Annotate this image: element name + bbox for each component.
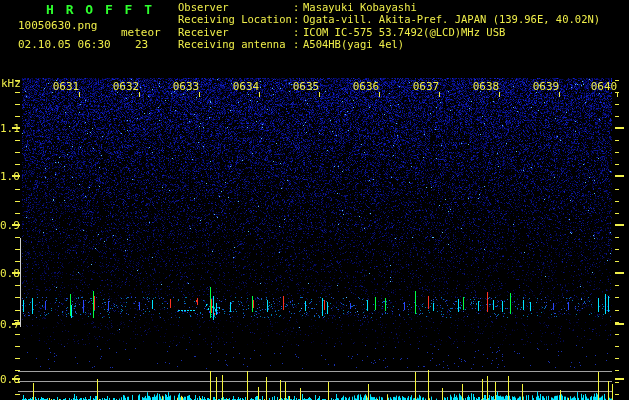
time-tick-label: 0631	[53, 80, 80, 93]
info-label: Receiving Location	[178, 13, 293, 25]
info-value: Masayuki Kobayashi	[303, 1, 417, 13]
hrofft-screen: H R O F F T 10050630.png meteor 02.10.05…	[0, 0, 629, 400]
info-separator: :	[293, 1, 303, 13]
info-label: Receiving antenna	[178, 38, 293, 50]
info-row: Observer:Masayuki Kobayashi	[178, 1, 600, 13]
info-value: A504HB(yagi 4el)	[303, 38, 404, 50]
datetime-label: 02.10.05 06:30	[18, 38, 111, 51]
info-label: Receiver	[178, 26, 293, 38]
info-row: Receiving Location:Ogata-vill. Akita-Pre…	[178, 13, 600, 25]
time-tick-label: 0632	[113, 80, 140, 93]
freq-tick-label: 0.6	[0, 373, 14, 386]
time-tick-label: 0639	[533, 80, 560, 93]
info-value: Ogata-vill. Akita-Pref. JAPAN (139.96E, …	[303, 13, 600, 25]
time-tick-label: 0640	[591, 80, 618, 93]
freq-tick-label: 0.9	[0, 219, 14, 232]
time-tick-label: 0636	[353, 80, 380, 93]
time-tick-label: 0637	[413, 80, 440, 93]
freq-axis-unit: kHz	[1, 77, 21, 90]
station-info-block: Observer:Masayuki KobayashiReceiving Loc…	[178, 1, 600, 50]
info-separator: :	[293, 38, 303, 50]
filename-label: 10050630.png	[18, 19, 97, 32]
freq-tick-label: 1.0	[0, 170, 14, 183]
info-row: Receiving antenna:A504HB(yagi 4el)	[178, 38, 600, 50]
app-title: H R O F F T	[46, 2, 154, 17]
freq-tick-label: 0.7	[0, 318, 14, 331]
meteor-count: 23	[135, 38, 148, 51]
info-separator: :	[293, 13, 303, 25]
freq-tick-label: 1.1	[0, 122, 14, 135]
info-label: Observer	[178, 1, 293, 13]
freq-tick-label: 0.8	[0, 267, 14, 280]
info-value: ICOM IC-575 53.7492(@LCD)MHz USB	[303, 26, 505, 38]
time-tick-label: 0634	[233, 80, 260, 93]
info-row: Receiver:ICOM IC-575 53.7492(@LCD)MHz US…	[178, 26, 600, 38]
time-tick-label: 0633	[173, 80, 200, 93]
info-separator: :	[293, 26, 303, 38]
time-tick-label: 0638	[473, 80, 500, 93]
spectrogram-canvas	[0, 0, 629, 400]
time-tick-label: 0635	[293, 80, 320, 93]
